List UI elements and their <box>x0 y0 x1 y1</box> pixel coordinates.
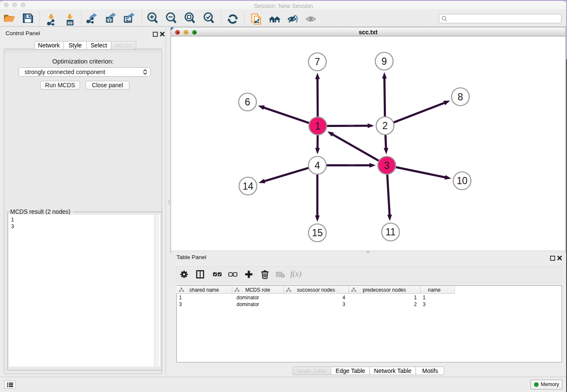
svg-text:3: 3 <box>384 160 390 171</box>
svg-text:2: 2 <box>383 120 388 131</box>
svg-text:4: 4 <box>315 160 320 171</box>
svg-text:10: 10 <box>457 175 468 186</box>
svg-text:7: 7 <box>315 56 320 67</box>
svg-text:6: 6 <box>245 97 250 108</box>
svg-text:8: 8 <box>458 91 463 102</box>
svg-text:11: 11 <box>385 226 396 237</box>
svg-text:14: 14 <box>242 181 253 192</box>
svg-text:1: 1 <box>315 121 321 132</box>
svg-text:9: 9 <box>382 56 387 67</box>
svg-text:15: 15 <box>312 227 323 238</box>
